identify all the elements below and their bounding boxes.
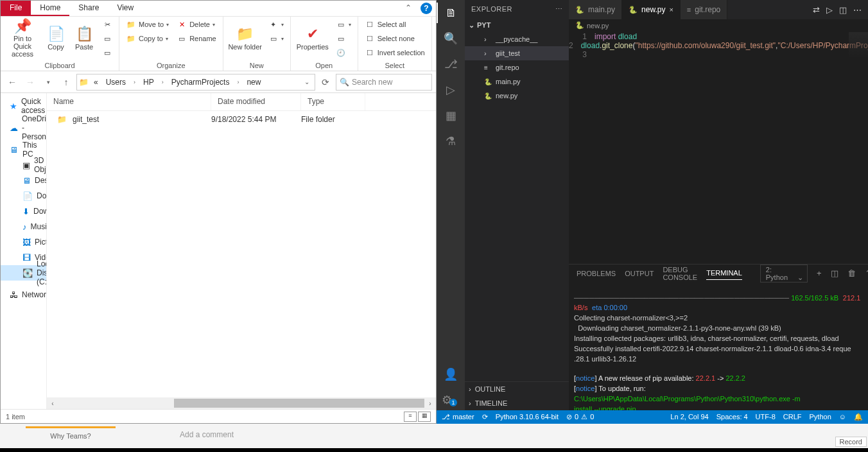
- encoding-indicator[interactable]: UTF-8: [756, 413, 776, 421]
- panel-tab-problems[interactable]: PROBLEMS: [577, 267, 616, 280]
- copy-button[interactable]: 📄 Copy: [43, 18, 69, 58]
- help-icon[interactable]: ?: [421, 3, 432, 14]
- panel-tab-terminal[interactable]: TERMINAL: [706, 266, 742, 280]
- history-button[interactable]: 🕘: [333, 46, 354, 59]
- nav-documents[interactable]: 📄Documents: [1, 188, 46, 204]
- tab-file[interactable]: File: [1, 1, 31, 16]
- properties-button[interactable]: ✔ Properties: [295, 18, 331, 58]
- code-editor[interactable]: 1import dload 2dload.git_clone("https://…: [569, 32, 868, 264]
- feedback-icon[interactable]: ☺: [839, 413, 846, 421]
- address-bar[interactable]: 📁 « Users› HP› PycharmProjects› new ⌄: [76, 74, 315, 91]
- nav-downloads[interactable]: ⬇Downloads: [1, 204, 46, 219]
- easy-access-button[interactable]: ▭▾: [266, 32, 286, 45]
- move-to-button[interactable]: 📁Move to▾: [123, 18, 171, 31]
- select-all-button[interactable]: ☐Select all: [362, 18, 428, 31]
- nav-network[interactable]: 🖧Network: [1, 287, 46, 302]
- indent-indicator[interactable]: Spaces: 4: [716, 413, 748, 421]
- horizontal-scrollbar[interactable]: ‹›: [47, 397, 436, 409]
- paste-shortcut-button[interactable]: ▭: [100, 46, 115, 59]
- nav-local-disk[interactable]: 💽Local Disk (C:): [1, 265, 46, 281]
- paste-button[interactable]: 📋 Paste: [71, 18, 97, 58]
- sidebar-item-gitrepo[interactable]: ≡git.repo: [465, 60, 569, 74]
- extensions-icon[interactable]: ▦: [437, 105, 465, 126]
- sidebar-item-pycache[interactable]: ›__pycache__: [465, 32, 569, 46]
- icons-view-button[interactable]: ▦: [418, 412, 431, 422]
- maximize-panel-icon[interactable]: ⌃: [865, 268, 868, 278]
- search-icon[interactable]: 🔍: [437, 28, 465, 49]
- tab-git-repo[interactable]: ≡git.repo: [681, 0, 727, 19]
- more-icon[interactable]: ⋯: [853, 5, 862, 15]
- forward-button[interactable]: →: [22, 74, 38, 90]
- kill-terminal-icon[interactable]: 🗑: [847, 268, 856, 278]
- explorer-icon[interactable]: 🗎: [437, 3, 465, 23]
- testing-icon[interactable]: ⚗: [437, 131, 465, 152]
- notifications-icon[interactable]: 🔔: [854, 413, 863, 421]
- address-dropdown-icon[interactable]: ⌄: [299, 74, 315, 90]
- minimize-ribbon-icon[interactable]: ⌃: [400, 1, 417, 16]
- copy-to-button[interactable]: 📁Copy to▾: [123, 32, 171, 45]
- delete-button[interactable]: ✕Delete▾: [174, 18, 219, 31]
- crumb-pycharm[interactable]: PycharmProjects: [168, 78, 234, 87]
- sidebar-item-newpy[interactable]: 🐍new.py: [465, 89, 569, 103]
- cut-button[interactable]: ✂: [100, 18, 115, 31]
- eol-indicator[interactable]: CRLF: [783, 413, 802, 421]
- open-button[interactable]: ▭▾: [333, 18, 354, 31]
- sidebar-more-icon[interactable]: ⋯: [555, 5, 563, 13]
- rename-button[interactable]: ▭Rename: [174, 32, 219, 45]
- crumb-hp[interactable]: HP: [139, 78, 158, 87]
- tab-main-py[interactable]: 🐍main.py: [569, 0, 622, 19]
- minimap[interactable]: [849, 32, 868, 58]
- pin-quick-access-button[interactable]: 📌 Pin to Quick access: [4, 18, 40, 58]
- close-icon[interactable]: ×: [669, 6, 673, 13]
- col-type[interactable]: Type: [301, 93, 365, 110]
- panel-tab-debug[interactable]: DEBUG CONSOLE: [663, 263, 697, 284]
- tab-home[interactable]: Home: [31, 1, 69, 16]
- teams-prompt[interactable]: Why Teams?: [26, 426, 116, 446]
- timeline-section[interactable]: ›TIMELINE: [465, 396, 569, 410]
- cursor-position[interactable]: Ln 2, Col 94: [670, 413, 708, 421]
- run-icon[interactable]: ▷: [437, 80, 465, 100]
- new-terminal-icon[interactable]: +: [817, 268, 822, 278]
- search-input[interactable]: 🔍 Search new: [336, 74, 432, 91]
- taskbar[interactable]: [0, 448, 868, 452]
- new-folder-button[interactable]: 📁 New folder: [227, 18, 263, 58]
- select-none-button[interactable]: ☐Select none: [362, 32, 428, 45]
- language-indicator[interactable]: Python: [810, 413, 831, 421]
- recent-button[interactable]: ▾: [40, 74, 56, 90]
- project-section[interactable]: ⌄PYT: [465, 18, 569, 32]
- nav-quick-access[interactable]: ★Quick access: [1, 98, 46, 114]
- crumb-new[interactable]: new: [243, 78, 265, 87]
- comment-input[interactable]: Add a comment: [180, 430, 234, 439]
- invert-selection-button[interactable]: ☐Invert selection: [362, 46, 428, 59]
- copy-path-button[interactable]: ▭: [100, 32, 115, 45]
- crumb-users[interactable]: Users: [102, 78, 130, 87]
- split-terminal-icon[interactable]: ◫: [831, 268, 838, 278]
- sidebar-item-giit-test[interactable]: ›giit_test: [465, 46, 569, 60]
- panel-tab-output[interactable]: OUTPUT: [625, 267, 654, 280]
- account-icon[interactable]: 👤: [437, 364, 465, 385]
- sync-indicator[interactable]: ⟳: [482, 413, 488, 421]
- back-button[interactable]: ←: [4, 74, 20, 90]
- edit-button[interactable]: ▭: [333, 32, 354, 45]
- details-view-button[interactable]: ≡: [404, 412, 417, 422]
- file-row[interactable]: 📁giit_test 9/18/2022 5:44 PM File folder: [47, 111, 436, 128]
- problems-indicator[interactable]: ⊘0 ⚠0: [566, 413, 594, 421]
- nav-music[interactable]: ♪Music: [1, 219, 46, 234]
- col-date[interactable]: Date modified: [211, 93, 301, 110]
- source-control-icon[interactable]: ⎇: [437, 54, 465, 74]
- settings-icon[interactable]: ⚙1: [437, 390, 465, 410]
- terminal-selector[interactable]: 2: Python: [760, 265, 808, 282]
- up-button[interactable]: ↑: [58, 74, 74, 90]
- tab-new-py[interactable]: 🐍new.py×: [622, 0, 681, 19]
- refresh-button[interactable]: ⟳: [318, 74, 333, 90]
- nav-onedrive[interactable]: ☁OneDrive - Personal: [1, 120, 46, 135]
- new-item-button[interactable]: ✦▾: [266, 18, 286, 31]
- nav-pictures[interactable]: 🖼Pictures: [1, 234, 46, 250]
- terminal[interactable]: ────────────────────────────────────────…: [569, 282, 868, 410]
- nav-desktop[interactable]: 🖥Desktop: [1, 173, 46, 188]
- tab-view[interactable]: View: [108, 1, 143, 16]
- branch-indicator[interactable]: ⎇master: [442, 413, 474, 421]
- tab-share[interactable]: Share: [69, 1, 108, 16]
- sidebar-item-mainpy[interactable]: 🐍main.py: [465, 74, 569, 89]
- col-name[interactable]: Name: [47, 93, 211, 110]
